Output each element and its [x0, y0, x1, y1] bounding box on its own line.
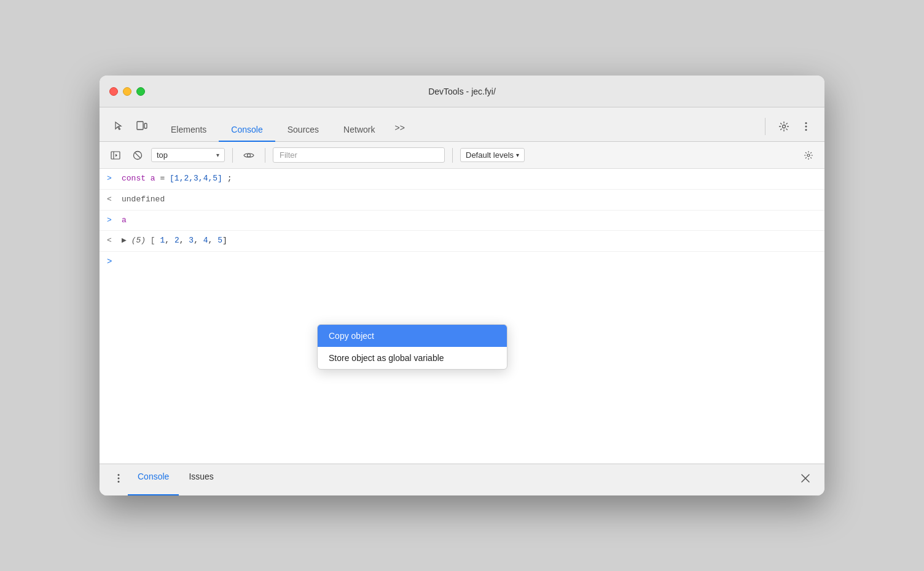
n4: 4	[203, 236, 208, 245]
line-content-3: a	[122, 214, 817, 227]
context-selector[interactable]: top ▾	[151, 148, 225, 162]
eye-icon[interactable]	[240, 147, 257, 164]
more-tabs-button[interactable]: >>	[390, 120, 409, 135]
log-levels-selector[interactable]: Default levels ▾	[460, 148, 525, 162]
n2: 2	[174, 236, 179, 245]
device-icon[interactable]	[133, 117, 151, 135]
log-levels-label: Default levels	[466, 150, 514, 160]
prompt-arrow-icon: >	[107, 257, 112, 266]
svg-point-3	[805, 122, 807, 124]
c4: ,	[208, 236, 218, 245]
console-settings-icon[interactable]	[800, 147, 817, 164]
array-length: (5) [	[131, 236, 155, 245]
line-prefix-1: >	[107, 173, 122, 185]
console-prompt: >	[100, 252, 824, 271]
line-prefix-3: >	[107, 214, 122, 227]
sidebar-toggle-icon[interactable]	[107, 147, 124, 164]
toolbar-divider-2	[265, 148, 265, 163]
console-line-1: > const a = [1,2,3,4,5] ;	[100, 169, 824, 190]
console-line-2: < undefined	[100, 190, 824, 211]
svg-rect-1	[144, 123, 147, 128]
tab-divider	[765, 118, 765, 135]
console-toolbar: top ▾ Default levels ▾	[100, 142, 824, 169]
expand-arrow[interactable]: ▶	[122, 236, 127, 245]
tab-bar: Elements Console Sources Network >>	[100, 107, 824, 142]
line-prefix-4: <	[107, 235, 122, 247]
more-tabs-icon: >>	[390, 120, 409, 135]
context-menu-item-copy[interactable]: Copy object	[318, 325, 507, 347]
svg-rect-0	[137, 122, 143, 130]
c3: ,	[194, 236, 203, 245]
console-content: > const a = [1,2,3,4,5] ; < undefined > …	[100, 169, 824, 464]
filter-input[interactable]	[273, 147, 445, 163]
title-bar: DevTools - jec.fyi/	[100, 76, 824, 107]
c1: ,	[165, 236, 174, 245]
line-prefix-2: <	[107, 193, 122, 206]
svg-point-2	[783, 125, 786, 128]
line-content-1: const a = [1,2,3,4,5] ;	[122, 173, 817, 185]
array-vals: [1,2,3,4,5]	[170, 174, 222, 183]
keyword-const: const	[122, 174, 146, 183]
svg-point-5	[805, 129, 807, 131]
more-options-icon[interactable]	[797, 118, 815, 135]
context-chevron: ▾	[216, 152, 219, 158]
n5: 5	[217, 236, 222, 245]
window-title: DevTools - jec.fyi/	[428, 87, 496, 96]
bottom-tab-issues[interactable]: Issues	[179, 464, 223, 495]
tab-bar-actions	[760, 118, 815, 135]
minimize-button[interactable]	[123, 87, 131, 96]
semicolon: ;	[227, 174, 232, 183]
context-menu: Copy object Store object as global varia…	[317, 324, 507, 370]
n3: 3	[189, 236, 194, 245]
traffic-lights	[109, 87, 145, 96]
line-content-4: ▶ (5) [ 1, 2, 3, 4, 5]	[122, 235, 817, 247]
toolbar-divider-1	[232, 148, 233, 163]
svg-point-4	[805, 126, 807, 128]
svg-point-14	[118, 478, 120, 480]
settings-icon[interactable]	[775, 118, 793, 135]
tab-network[interactable]: Network	[331, 118, 387, 142]
context-menu-item-store[interactable]: Store object as global variable	[318, 347, 507, 369]
svg-point-15	[118, 481, 120, 483]
bottom-more-icon[interactable]	[109, 469, 128, 487]
devtools-window: DevTools - jec.fyi/ Elements Console Sou…	[100, 76, 824, 495]
svg-point-11	[248, 153, 251, 157]
equals: =	[160, 174, 170, 183]
var-a: a	[151, 174, 155, 183]
line-content-2: undefined	[122, 193, 817, 206]
console-line-4: < ▶ (5) [ 1, 2, 3, 4, 5] Copy object Sto…	[100, 231, 824, 252]
block-icon[interactable]	[129, 147, 146, 164]
bottom-bar: Console Issues	[100, 464, 824, 495]
tab-bar-icons	[109, 117, 151, 135]
svg-point-13	[118, 474, 120, 476]
console-line-3: > a	[100, 211, 824, 231]
svg-point-12	[807, 154, 810, 157]
toolbar-divider-3	[452, 148, 453, 163]
tab-sources[interactable]: Sources	[275, 118, 331, 142]
tab-elements[interactable]: Elements	[159, 118, 219, 142]
maximize-button[interactable]	[136, 87, 145, 96]
c5: ]	[222, 236, 227, 245]
context-value: top	[157, 150, 213, 160]
log-levels-chevron: ▾	[516, 152, 519, 158]
bottom-tab-console[interactable]: Console	[128, 464, 179, 495]
svg-line-10	[135, 152, 140, 158]
cursor-icon[interactable]	[109, 117, 128, 135]
svg-marker-8	[116, 153, 117, 157]
bottom-close-icon[interactable]	[796, 469, 815, 487]
close-button[interactable]	[109, 87, 118, 96]
c2: ,	[179, 236, 189, 245]
tab-console[interactable]: Console	[219, 118, 275, 142]
